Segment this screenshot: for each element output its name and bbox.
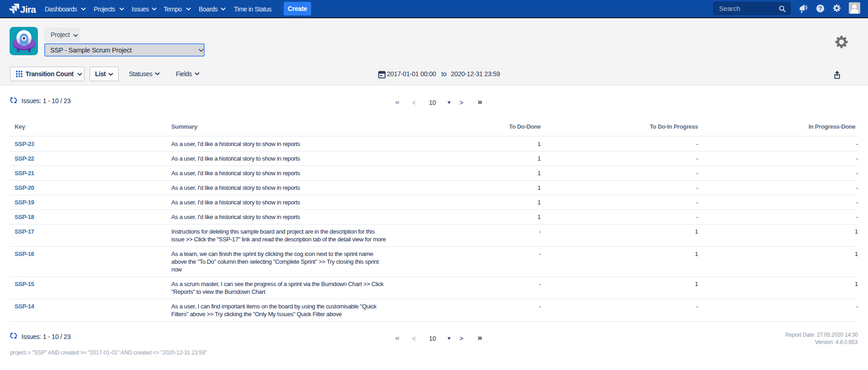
svg-text:?: ? <box>819 5 822 12</box>
